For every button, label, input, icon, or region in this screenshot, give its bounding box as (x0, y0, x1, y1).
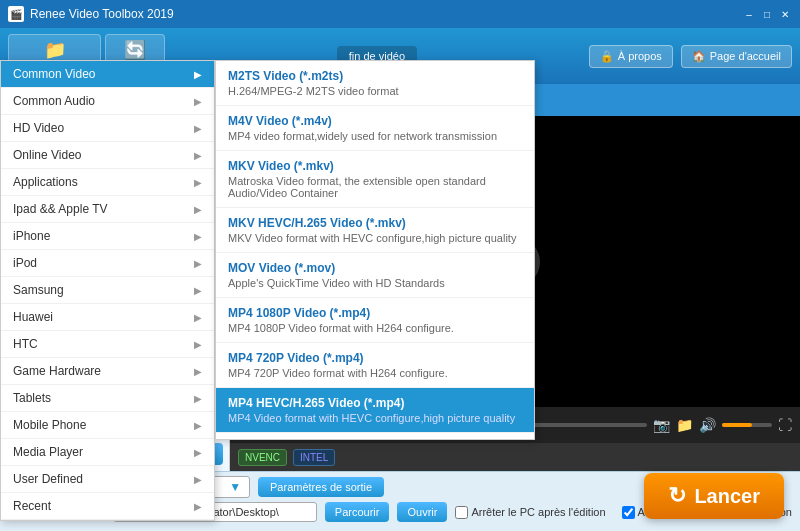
format-item-mkv-hevc[interactable]: MKV HEVC/H.265 Video (*.mkv) MKV Video f… (216, 208, 534, 253)
chevron-down-icon: ▼ (229, 480, 241, 494)
submenu-item-common-audio[interactable]: Common Audio ▶ (1, 88, 214, 115)
params-button[interactable]: Paramètres de sortie (258, 477, 384, 497)
arrow-icon: ▶ (194, 123, 202, 134)
toolbar-right: 🔒 À propos 🏠 Page d'accueil (589, 45, 792, 68)
submenu-item-recent[interactable]: Recent ▶ (1, 493, 214, 520)
minimize-btn[interactable]: – (742, 7, 756, 21)
apropos-button[interactable]: 🔒 À propos (589, 45, 673, 68)
fullscreen-button[interactable]: ⛶ (778, 417, 792, 433)
format-item-mp4-more[interactable]: MP4... (216, 433, 534, 440)
arrow-icon: ▶ (194, 366, 202, 377)
format-item-m2ts[interactable]: M2TS Video (*.m2ts) H.264/MPEG-2 M2TS vi… (216, 61, 534, 106)
launch-icon: ↻ (668, 483, 686, 509)
submenu-item-iphone[interactable]: iPhone ▶ (1, 223, 214, 250)
launch-label: Lancer (694, 485, 760, 508)
submenu-item-ipad-apple-tv[interactable]: Ipad && Apple TV ▶ (1, 196, 214, 223)
format-item-mkv[interactable]: MKV Video (*.mkv) Matroska Video format,… (216, 151, 534, 208)
checkbox1[interactable] (455, 506, 468, 519)
submenu-item-online-video[interactable]: Online Video ▶ (1, 142, 214, 169)
arrow-icon: ▶ (194, 258, 202, 269)
add-file-icon: 📁 (44, 39, 66, 61)
arrow-icon: ▶ (194, 393, 202, 404)
arrow-icon: ▶ (194, 177, 202, 188)
submenu-item-hd-video[interactable]: HD Video ▶ (1, 115, 214, 142)
browse-button[interactable]: Parcourir (325, 502, 390, 522)
arrow-icon: ▶ (194, 339, 202, 350)
volume-fill (722, 423, 752, 427)
arrow-icon: ▶ (194, 474, 202, 485)
submenu-item-tablets[interactable]: Tablets ▶ (1, 385, 214, 412)
arrow-icon: ▶ (194, 501, 202, 512)
arrow-icon: ▶ (194, 420, 202, 431)
checkbox1-label[interactable]: Arrêter le PC après l'édition (455, 506, 605, 519)
app-title: Renee Video Toolbox 2019 (30, 7, 742, 21)
arrow-icon: ▶ (194, 285, 202, 296)
folder-button[interactable]: 📁 (676, 417, 693, 433)
submenu-item-htc[interactable]: HTC ▶ (1, 331, 214, 358)
arrow-icon: ▶ (194, 96, 202, 107)
arrow-icon: ▶ (194, 69, 202, 80)
snapshot-button[interactable]: 📷 (653, 417, 670, 433)
arrow-icon: ▶ (194, 231, 202, 242)
submenu-item-mobile-phone[interactable]: Mobile Phone ▶ (1, 412, 214, 439)
submenu-item-common-video[interactable]: Common Video ▶ (1, 61, 214, 88)
encoder-badges: NVENC INTEL (230, 443, 800, 471)
arrow-icon: ▶ (194, 150, 202, 161)
submenu-item-applications[interactable]: Applications ▶ (1, 169, 214, 196)
intel-badge: INTEL (293, 449, 335, 466)
home-icon: 🏠 (692, 50, 706, 63)
category-submenu: Common Video ▶ Common Audio ▶ HD Video ▶… (0, 60, 215, 521)
format-item-mp4-1080p[interactable]: MP4 1080P Video (*.mp4) MP4 1080P Video … (216, 298, 534, 343)
format-item-mp4-720p[interactable]: MP4 720P Video (*.mp4) MP4 720P Video fo… (216, 343, 534, 388)
window-controls: – □ ✕ (742, 7, 792, 21)
checkbox2[interactable] (622, 506, 635, 519)
converter-icon: 🔄 (124, 39, 146, 61)
arrow-icon: ▶ (194, 204, 202, 215)
maximize-btn[interactable]: □ (760, 7, 774, 21)
open-button[interactable]: Ouvrir (397, 502, 447, 522)
volume-icon: 🔊 (699, 417, 716, 433)
home-button[interactable]: 🏠 Page d'accueil (681, 45, 792, 68)
lock-icon: 🔒 (600, 50, 614, 63)
submenu-item-user-defined[interactable]: User Defined ▶ (1, 466, 214, 493)
submenu-item-samsung[interactable]: Samsung ▶ (1, 277, 214, 304)
nvenc-badge: NVENC (238, 449, 287, 466)
format-item-mov[interactable]: MOV Video (*.mov) Apple's QuickTime Vide… (216, 253, 534, 298)
close-btn[interactable]: ✕ (778, 7, 792, 21)
titlebar: 🎬 Renee Video Toolbox 2019 – □ ✕ (0, 0, 800, 28)
app-icon: 🎬 (8, 6, 24, 22)
submenu-item-ipod[interactable]: iPod ▶ (1, 250, 214, 277)
format-item-m4v[interactable]: M4V Video (*.m4v) MP4 video format,widel… (216, 106, 534, 151)
arrow-icon: ▶ (194, 312, 202, 323)
submenu-item-game-hardware[interactable]: Game Hardware ▶ (1, 358, 214, 385)
arrow-icon: ▶ (194, 447, 202, 458)
submenu-item-media-player[interactable]: Media Player ▶ (1, 439, 214, 466)
format-submenu: M2TS Video (*.m2ts) H.264/MPEG-2 M2TS vi… (215, 60, 535, 440)
format-item-mp4-hevc[interactable]: MP4 HEVC/H.265 Video (*.mp4) MP4 Video f… (216, 388, 534, 433)
volume-slider[interactable] (722, 423, 772, 427)
submenu-item-huawei[interactable]: Huawei ▶ (1, 304, 214, 331)
launch-button[interactable]: ↻ Lancer (644, 473, 784, 519)
